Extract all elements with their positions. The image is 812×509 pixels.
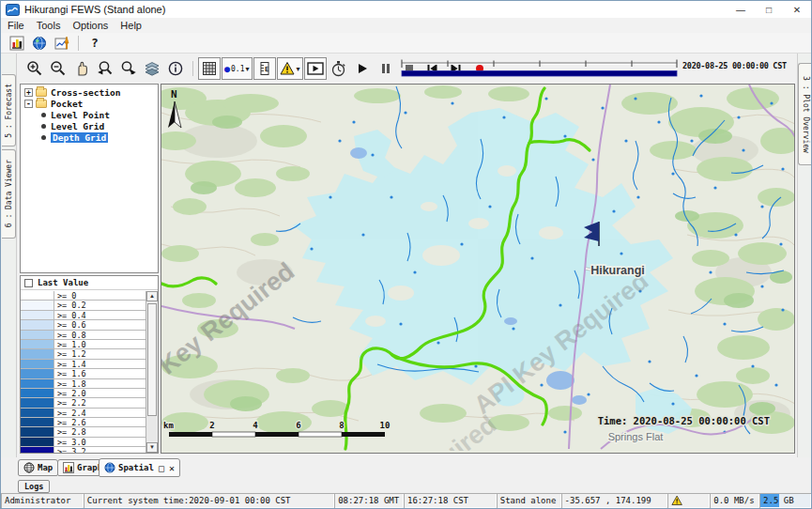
map-viewport[interactable]: API Key Required API Key Required API Ke…: [161, 84, 795, 454]
tree: +Cross-section-PocketLevel PointLevel Gr…: [20, 84, 159, 273]
legend-row[interactable]: >= 1.6: [21, 369, 146, 378]
toolbar-separator: [192, 61, 193, 76]
scroll-down-button[interactable]: ▼: [146, 442, 158, 453]
last-value-label: Last Value: [38, 278, 88, 287]
bottom-bar: Map Graph Spatial □ ✕ Logs: [1, 457, 811, 495]
close-button[interactable]: ✕: [783, 1, 811, 18]
tree-item-cross-section[interactable]: +Cross-section: [21, 86, 158, 98]
legend-row[interactable]: >= 0.6: [21, 320, 146, 330]
tree-item-level-grid[interactable]: Level Grid: [21, 120, 158, 131]
spatial-content: +Cross-section-PocketLevel PointLevel Gr…: [18, 84, 796, 454]
svg-text:10: 10: [380, 421, 391, 430]
minimize-button[interactable]: —: [727, 1, 755, 18]
legend-row[interactable]: >= 0.2: [21, 301, 146, 310]
warning-icon: [280, 61, 296, 76]
maximize-button[interactable]: □: [755, 1, 783, 18]
graph-arrow-icon: [54, 36, 69, 51]
info-button[interactable]: [164, 57, 187, 80]
info-icon: [167, 60, 184, 77]
timeseries-display-button[interactable]: [51, 34, 73, 53]
tree-expander-icon[interactable]: +: [24, 88, 33, 97]
warning-dropdown-button[interactable]: ▾: [277, 57, 303, 80]
pause-button[interactable]: [375, 57, 397, 80]
legend-row[interactable]: >= 0.4: [21, 311, 146, 320]
legend-swatch: [21, 291, 54, 300]
menu-item-options[interactable]: Options: [72, 20, 108, 31]
legend-row[interactable]: >= 3.2: [21, 447, 146, 453]
legend-swatch: [21, 340, 54, 348]
spatial-panel: ●0.1 ▾ E ▾: [18, 54, 796, 457]
legend-row[interactable]: >= 1.0: [21, 340, 146, 349]
tab-spatial[interactable]: Spatial □ ✕: [99, 458, 180, 477]
legend-scrollbar[interactable]: ▲ ▼: [146, 291, 158, 453]
zoom-next-icon: [120, 60, 137, 77]
map-canvas[interactable]: API Key Required API Key Required API Ke…: [161, 85, 795, 451]
scroll-up-button[interactable]: ▲: [146, 291, 158, 301]
svg-text:6: 6: [296, 421, 300, 430]
workspace: 5 : Forecast 6 : Data Viewer 3 : Plot Ov…: [1, 54, 812, 457]
legend-swatch: [21, 320, 54, 329]
grid-toggle-button[interactable]: [198, 57, 221, 80]
legend-row[interactable]: >= 1.2: [21, 349, 146, 359]
tab-close-icon[interactable]: ✕: [169, 463, 175, 473]
legend-row[interactable]: >= 0.8: [21, 331, 146, 340]
zoom-in-button[interactable]: [23, 57, 46, 80]
time-span-bar[interactable]: [402, 71, 677, 77]
toolbar-separator: [78, 36, 79, 51]
tree-expander-icon[interactable]: -: [24, 100, 33, 108]
legend-row[interactable]: >= 1.4: [21, 360, 146, 369]
legend-row[interactable]: >= 1.8: [21, 379, 146, 389]
help-button[interactable]: ?: [84, 34, 106, 53]
tab-forecast[interactable]: 5 : Forecast: [2, 74, 16, 147]
legend-row[interactable]: >= 0: [21, 291, 146, 301]
legend-ruler-icon: E: [259, 61, 270, 76]
tab-maximize-icon[interactable]: □: [159, 463, 164, 473]
legend-row[interactable]: >= 2.2: [21, 398, 146, 408]
last-value-checkbox[interactable]: [24, 279, 33, 287]
scroll-thumb[interactable]: [147, 303, 157, 416]
svg-text:2: 2: [209, 421, 214, 430]
legend-toggle-button[interactable]: E: [253, 57, 276, 80]
zoom-out-button[interactable]: [47, 57, 69, 80]
timer-button[interactable]: [328, 57, 350, 80]
pan-button[interactable]: [70, 57, 93, 80]
logs-button[interactable]: Logs: [18, 480, 50, 493]
status-gmt-time: 08:27:18 GMT: [334, 493, 404, 508]
legend-row[interactable]: >= 2.8: [21, 427, 146, 437]
time-slider[interactable]: [400, 58, 679, 79]
legend-swatch: [21, 438, 54, 446]
legend-row[interactable]: >= 3.0: [21, 438, 146, 447]
tab-plot-overview[interactable]: 3 : Plot Overview: [798, 63, 812, 165]
chevron-down-icon: ▾: [297, 65, 300, 73]
globe-icon: [32, 36, 47, 51]
legend-row[interactable]: >= 2.6: [21, 418, 146, 427]
menu-item-tools[interactable]: Tools: [37, 20, 61, 31]
zoom-next-button[interactable]: [117, 57, 140, 80]
main-toolbar: ?: [1, 33, 811, 54]
tree-item-pocket[interactable]: -Pocket: [21, 98, 158, 109]
legend-label: >= 0.4: [54, 311, 146, 319]
threshold-dropdown-button[interactable]: ●0.1 ▾: [222, 57, 253, 80]
svg-text:8: 8: [339, 421, 344, 430]
legend-label: >= 1.8: [54, 379, 146, 388]
menu-bar: FileToolsOptionsHelp: [1, 18, 811, 33]
status-mode: Stand alone: [497, 493, 561, 508]
layers-button[interactable]: [141, 57, 163, 80]
tab-map[interactable]: Map: [18, 459, 58, 476]
status-local-time: 16:27:18 CST: [404, 493, 497, 508]
animation-button[interactable]: [304, 57, 327, 80]
tree-item-level-point[interactable]: Level Point: [21, 109, 158, 120]
menu-item-file[interactable]: File: [8, 20, 24, 31]
legend-row[interactable]: >= 2.0: [21, 389, 146, 398]
zoom-in-icon: [26, 60, 43, 77]
menu-item-help[interactable]: Help: [120, 20, 142, 31]
play-button[interactable]: [351, 57, 374, 80]
zoom-previous-button[interactable]: [94, 57, 116, 80]
tab-data-viewer[interactable]: 6 : Data Viewer: [2, 149, 16, 239]
tree-item-depth-grid[interactable]: Depth Grid: [21, 131, 158, 143]
spatial-display-button[interactable]: [28, 34, 51, 53]
database-viewer-button[interactable]: [6, 34, 28, 53]
legend-swatch: [21, 409, 54, 417]
tree-item-label: Depth Grid: [51, 132, 108, 143]
legend-row[interactable]: >= 2.4: [21, 409, 146, 418]
